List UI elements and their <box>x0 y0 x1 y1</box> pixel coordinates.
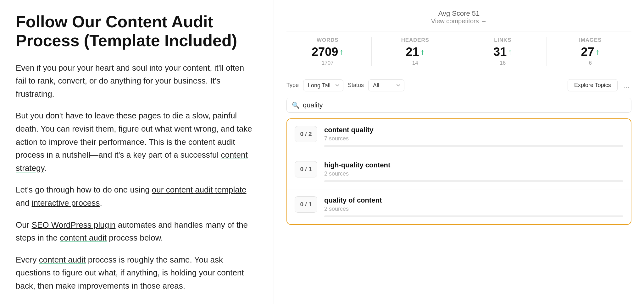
search-icon: 🔍 <box>292 101 300 109</box>
result-sources-1: 2 sources <box>324 171 623 177</box>
article-body: Even if you pour your heart and soul int… <box>16 62 255 293</box>
paragraph-5: Every content audit process is roughly t… <box>16 253 255 293</box>
stat-words-label: WORDS <box>286 37 369 43</box>
result-bar-bg-0 <box>324 145 623 147</box>
stat-images-value: 27 ↑ <box>549 45 632 59</box>
search-input[interactable] <box>303 101 626 109</box>
stat-links-label: LINKS <box>462 37 544 43</box>
link-content-audit-template[interactable]: our content audit template <box>152 185 247 194</box>
right-panel: Avg Score 51 View competitors → WORDS 27… <box>274 0 644 304</box>
stat-words-avg: 1707 <box>286 60 369 66</box>
result-title-1: high-quality content <box>324 161 623 169</box>
more-options-button[interactable]: ... <box>622 81 631 90</box>
result-info-0: content quality 7 sources <box>324 126 623 147</box>
type-filter-select[interactable]: Long Tail Short Tail <box>303 79 343 91</box>
result-item-2: 0 / 1 quality of content 2 sources <box>287 189 631 224</box>
link-interactive-process[interactable]: interactive process <box>32 198 100 208</box>
type-filter-label: Type <box>286 82 299 89</box>
p4-text-3: process below. <box>107 233 163 242</box>
explore-topics-button[interactable]: Explore Topics <box>568 79 618 91</box>
result-item-1: 0 / 1 high-quality content 2 sources <box>287 154 631 189</box>
filters-row: Type Long Tail Short Tail Status All Use… <box>286 79 631 91</box>
status-filter-label: Status <box>348 82 364 89</box>
status-filter-select[interactable]: All Used Unused <box>368 79 404 91</box>
link-content-audit-3[interactable]: content audit <box>39 255 86 264</box>
result-item-0: 0 / 2 content quality 7 sources <box>287 119 631 154</box>
stat-images-avg: 6 <box>549 60 632 66</box>
stat-divider-1 <box>371 37 372 66</box>
view-competitors-link[interactable]: View competitors → <box>431 18 487 25</box>
left-panel: Follow Our Content Audit Process (Templa… <box>0 0 274 304</box>
avg-score-section: Avg Score 51 View competitors → <box>286 9 631 25</box>
score-badge-2: 0 / 1 <box>295 196 317 213</box>
paragraph-1: Even if you pour your heart and soul int… <box>16 62 255 101</box>
p3-text-3: . <box>100 198 102 208</box>
result-info-2: quality of content 2 sources <box>324 196 623 217</box>
avg-score-label: Avg Score 51 <box>286 9 631 18</box>
article-title: Follow Our Content Audit Process (Templa… <box>16 13 255 50</box>
stat-divider-2 <box>459 37 459 66</box>
score-badge-0: 0 / 2 <box>295 126 317 142</box>
stats-row: WORDS 2709 ↑ 1707 HEADERS 21 ↑ 14 LINKS … <box>286 31 631 72</box>
result-bar-bg-1 <box>324 180 623 182</box>
stat-words-value: 2709 ↑ <box>286 45 369 59</box>
stat-images: IMAGES 27 ↑ 6 <box>549 37 632 66</box>
link-content-audit-2[interactable]: content audit <box>60 233 107 242</box>
stat-words: WORDS 2709 ↑ 1707 <box>286 37 369 66</box>
results-container: 0 / 2 content quality 7 sources 0 / 1 hi… <box>286 118 631 225</box>
result-title-2: quality of content <box>324 196 623 204</box>
stat-headers-value: 21 ↑ <box>374 45 457 59</box>
p3-text-1: Let's go through how to do one using <box>16 185 152 194</box>
p2-text-2: process in a nutshell—and it's a key par… <box>16 150 221 160</box>
stat-links-value: 31 ↑ <box>462 45 544 59</box>
images-arrow-up-icon: ↑ <box>596 47 600 57</box>
p1-text: Even if you pour your heart and soul int… <box>16 63 244 99</box>
result-title-0: content quality <box>324 126 623 134</box>
link-seo-plugin[interactable]: SEO WordPress plugin <box>32 220 116 230</box>
p4-text-1: Our <box>16 220 32 230</box>
headers-arrow-up-icon: ↑ <box>420 47 425 57</box>
p5-text-1: Every <box>16 255 39 264</box>
result-sources-0: 7 sources <box>324 135 623 142</box>
search-row: 🔍 <box>286 98 631 113</box>
paragraph-2: But you don't have to leave these pages … <box>16 109 255 175</box>
p2-text-3: . <box>44 163 47 173</box>
result-sources-2: 2 sources <box>324 206 623 212</box>
stat-links-avg: 16 <box>462 60 544 66</box>
result-info-1: high-quality content 2 sources <box>324 161 623 182</box>
stat-links: LINKS 31 ↑ 16 <box>462 37 544 66</box>
words-arrow-up-icon: ↑ <box>340 47 344 57</box>
paragraph-4: Our SEO WordPress plugin automates and h… <box>16 219 255 245</box>
stat-divider-3 <box>547 37 547 66</box>
paragraph-3: Let's go through how to do one using our… <box>16 183 255 209</box>
stat-headers-avg: 14 <box>374 60 457 66</box>
stat-headers-label: HEADERS <box>374 37 457 43</box>
links-arrow-up-icon: ↑ <box>508 47 512 57</box>
stat-headers: HEADERS 21 ↑ 14 <box>374 37 457 66</box>
stat-images-label: IMAGES <box>549 37 632 43</box>
p3-text-2: and <box>16 198 32 208</box>
score-badge-1: 0 / 1 <box>295 161 317 177</box>
link-content-audit-1[interactable]: content audit <box>188 137 235 147</box>
result-bar-bg-2 <box>324 215 623 217</box>
